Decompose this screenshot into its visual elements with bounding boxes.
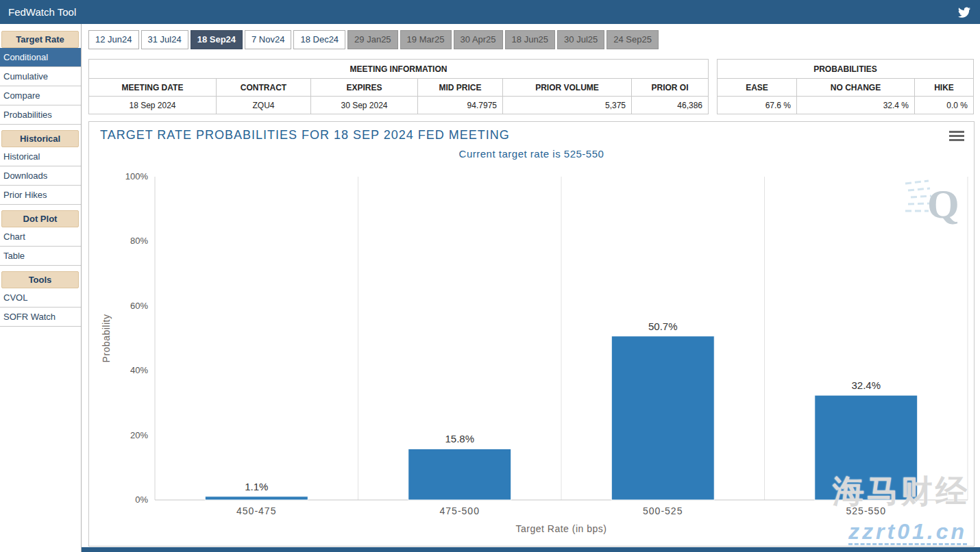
y-tick-label: 20% — [130, 430, 148, 440]
x-axis-title: Target Rate (in bps) — [516, 523, 607, 534]
summary-tables: MEETING INFORMATIONMEETING DATECONTRACTE… — [88, 59, 975, 114]
sidebar-item-compare[interactable]: Compare — [0, 86, 81, 105]
meeting-col-prior-oi: PRIOR OI — [632, 79, 709, 97]
watermark-site-url: zzrt01.cn — [848, 519, 967, 544]
meeting-col-expires: EXPIRES — [311, 79, 418, 97]
sidebar-item-conditional[interactable]: Conditional — [0, 48, 81, 67]
watermark-site-name: 海马财经 — [833, 471, 970, 513]
meeting-value-expires: 30 Sep 2024 — [311, 97, 418, 114]
tab-18-jun25[interactable]: 18 Jun25 — [505, 30, 556, 49]
meeting-information-table: MEETING INFORMATIONMEETING DATECONTRACTE… — [88, 59, 709, 114]
svg-text:Q: Q — [927, 181, 959, 227]
main-panel: 12 Jun2431 Jul2418 Sep247 Nov2418 Dec242… — [82, 24, 980, 552]
tab-29-jan25[interactable]: 29 Jan25 — [347, 30, 398, 49]
twitter-icon[interactable] — [958, 5, 972, 19]
y-tick-label: 80% — [130, 236, 148, 246]
sidebar-section-dot-plot: Dot Plot — [1, 210, 79, 227]
probabilities-col-no-change: NO CHANGE — [797, 79, 915, 97]
bar-475-500[interactable] — [408, 449, 511, 500]
sidebar-section-historical: Historical — [1, 130, 79, 147]
meeting-value-mid-price: 94.7975 — [418, 97, 503, 114]
chart-subtitle: Current target rate is 525-550 — [89, 148, 974, 160]
meeting-value-prior-volume: 5,375 — [503, 97, 632, 114]
y-axis-title: Probability — [101, 314, 112, 363]
sidebar-item-probabilities[interactable]: Probabilities — [0, 105, 81, 125]
meeting-col-prior-volume: PRIOR VOLUME — [503, 79, 632, 97]
tab-12-jun24[interactable]: 12 Jun24 — [88, 30, 139, 49]
tab-18-dec24[interactable]: 18 Dec24 — [293, 30, 345, 49]
probabilities-value-hike: 0.0 % — [915, 97, 974, 114]
probabilities-title: PROBABILITIES — [718, 60, 974, 79]
bar-500-525[interactable] — [611, 336, 714, 500]
bar-value-label: 50.7% — [648, 321, 678, 332]
x-tick-label: 450-475 — [236, 505, 276, 516]
tab-31-jul24[interactable]: 31 Jul24 — [141, 30, 188, 49]
tab-30-jul25[interactable]: 30 Jul25 — [557, 30, 604, 49]
twitter-bird-icon — [958, 6, 970, 18]
chart-panel: TARGET RATE PROBABILITIES FOR 18 SEP 202… — [88, 121, 975, 547]
sidebar-section-tools: Tools — [1, 271, 79, 288]
sidebar-item-table[interactable]: Table — [0, 247, 81, 266]
page-content: Target RateConditionalCumulativeCompareP… — [0, 24, 980, 552]
sidebar-item-downloads[interactable]: Downloads — [0, 166, 81, 186]
y-tick-label: 100% — [125, 171, 149, 181]
meeting-date-tabs: 12 Jun2431 Jul2418 Sep247 Nov2418 Dec242… — [88, 30, 975, 49]
meeting-col-contract: CONTRACT — [217, 79, 311, 97]
bar-450-475[interactable] — [205, 497, 308, 500]
app-header: FedWatch Tool — [0, 0, 980, 24]
sidebar-item-historical[interactable]: Historical — [0, 147, 81, 166]
tab-19-mar25[interactable]: 19 Mar25 — [400, 30, 452, 49]
tab-7-nov24[interactable]: 7 Nov24 — [245, 30, 291, 49]
probabilities-table: PROBABILITIESEASENO CHANGEHIKE67.6 %32.4… — [717, 59, 974, 114]
probabilities-value-no-change: 32.4 % — [797, 97, 915, 114]
meeting-col-mid-price: MID PRICE — [418, 79, 503, 97]
sidebar-item-prior-hikes[interactable]: Prior Hikes — [0, 186, 81, 205]
probabilities-value-ease: 67.6 % — [718, 97, 797, 114]
footer-bar — [82, 547, 980, 552]
x-tick-label: 475-500 — [440, 505, 480, 516]
meeting-value-meeting-date: 18 Sep 2024 — [89, 97, 217, 114]
chart-menu-icon[interactable] — [949, 131, 964, 143]
bar-value-label: 15.8% — [445, 433, 474, 444]
sidebar-item-cvol[interactable]: CVOL — [0, 288, 81, 308]
app-title: FedWatch Tool — [8, 6, 76, 18]
meeting-value-contract: ZQU4 — [217, 97, 311, 114]
sidebar-item-chart[interactable]: Chart — [0, 227, 81, 247]
tab-24-sep25[interactable]: 24 Sep25 — [607, 30, 659, 49]
probabilities-col-ease: EASE — [718, 79, 797, 97]
bar-value-label: 1.1% — [245, 481, 268, 492]
sidebar-item-cumulative[interactable]: Cumulative — [0, 67, 81, 86]
y-tick-label: 0% — [135, 494, 148, 505]
y-tick-label: 60% — [130, 301, 148, 311]
quikstrike-logo-watermark: Q — [904, 175, 963, 231]
sidebar-section-target-rate: Target Rate — [1, 31, 79, 48]
sidebar-item-sofr-watch[interactable]: SOFR Watch — [0, 308, 81, 327]
x-tick-label: 500-525 — [643, 505, 683, 516]
probabilities-col-hike: HIKE — [915, 79, 974, 97]
chart-title: TARGET RATE PROBABILITIES FOR 18 SEP 202… — [100, 128, 510, 142]
meeting-title: MEETING INFORMATION — [89, 60, 709, 79]
meeting-value-prior-oi: 46,386 — [632, 97, 709, 114]
tab-30-apr25[interactable]: 30 Apr25 — [454, 30, 503, 49]
y-tick-label: 40% — [130, 365, 148, 375]
meeting-col-meeting-date: MEETING DATE — [89, 79, 217, 97]
bar-value-label: 32.4% — [851, 379, 881, 391]
sidebar: Target RateConditionalCumulativeCompareP… — [0, 24, 82, 552]
tab-18-sep24[interactable]: 18 Sep24 — [191, 30, 243, 49]
fedwatch-app: FedWatch Tool Target RateConditionalCumu… — [0, 0, 980, 552]
